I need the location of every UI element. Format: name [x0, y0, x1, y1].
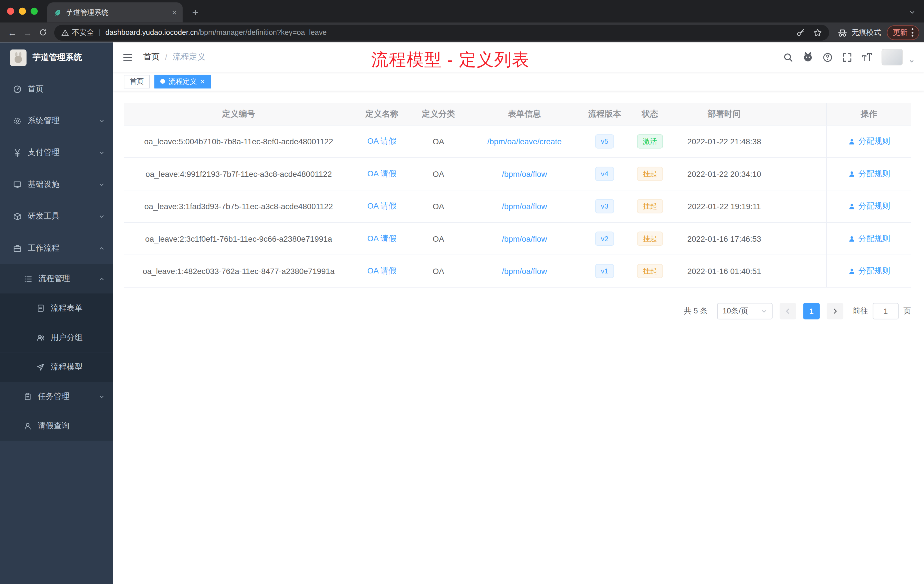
omnibox-actions: [796, 28, 822, 37]
assign-rule-label: 分配规则: [858, 136, 890, 147]
cell-status: 挂起: [627, 158, 673, 190]
form-link[interactable]: /bpm/oa/flow: [502, 170, 547, 178]
cell-version: v4: [582, 158, 627, 190]
tag-process-definition[interactable]: 流程定义 ×: [154, 74, 211, 88]
tab-close-icon[interactable]: ×: [172, 8, 177, 16]
goto-page-input[interactable]: [873, 303, 899, 319]
sidebar-item-process-model[interactable]: 流程模型: [0, 352, 113, 382]
sidebar-item-label: 首页: [28, 84, 44, 94]
version-tag: v1: [595, 264, 614, 278]
reload-button[interactable]: [35, 25, 51, 40]
tag-close-icon[interactable]: ×: [200, 78, 205, 85]
assign-rule-button[interactable]: 分配规则: [848, 233, 890, 244]
col-deploy-time: 部署时间: [673, 103, 776, 125]
cell-definition-id: oa_leave:2:3c1f0ef1-76b1-11ec-9c66-a2380…: [124, 223, 353, 254]
sidebar-item-system[interactable]: 系统管理: [0, 105, 113, 137]
breadcrumb-home[interactable]: 首页: [143, 52, 160, 63]
prev-page-button[interactable]: [780, 303, 796, 319]
fullscreen-icon[interactable]: [842, 52, 852, 62]
sidebar-item-process-form[interactable]: 流程表单: [0, 294, 113, 323]
user-icon: [848, 138, 855, 145]
form-link[interactable]: /bpm/oa/flow: [502, 234, 547, 243]
definition-name-link[interactable]: OA 请假: [367, 233, 396, 244]
avatar[interactable]: [882, 49, 903, 66]
address-bar[interactable]: 不安全 | dashboard.yudao.iocoder.cn/bpm/man…: [54, 25, 829, 41]
warning-icon: [61, 28, 69, 36]
url-path: /bpm/manager/definition?key=oa_leave: [198, 28, 327, 36]
avatar-caret-icon[interactable]: [909, 56, 914, 66]
status-badge: 挂起: [637, 232, 663, 246]
col-status: 状态: [627, 103, 673, 125]
cell-spacer: [776, 223, 826, 254]
chevron-up-icon: [98, 276, 105, 282]
form-link[interactable]: /bpm/oa/leave/create: [487, 137, 562, 146]
assign-rule-button[interactable]: 分配规则: [848, 168, 890, 179]
clipboard-icon: [24, 393, 32, 401]
browser-update-chip[interactable]: 更新: [887, 25, 919, 40]
github-icon[interactable]: [803, 52, 813, 63]
tag-home[interactable]: 首页: [124, 74, 150, 88]
active-dot: [160, 79, 165, 84]
page-number-button[interactable]: 1: [803, 303, 820, 319]
browser-tab[interactable]: 芋道管理系统 ×: [47, 2, 183, 22]
sidebar-item-home[interactable]: 首页: [0, 73, 113, 105]
cell-version: v5: [582, 125, 627, 157]
breadcrumb-current: 流程定义: [173, 52, 206, 63]
forward-button[interactable]: →: [20, 25, 35, 40]
assign-rule-button[interactable]: 分配规则: [848, 136, 890, 147]
next-page-button[interactable]: [827, 303, 843, 319]
cell-actions: 分配规则: [826, 158, 911, 190]
sidebar-item-task-mgmt[interactable]: 任务管理: [0, 382, 113, 411]
assign-rule-button[interactable]: 分配规则: [848, 201, 890, 211]
sidebar-item-infra[interactable]: 基础设施: [0, 168, 113, 200]
chevron-down-icon: [98, 117, 105, 124]
cell-version: v3: [582, 190, 627, 222]
browser-menu-icon[interactable]: [912, 28, 913, 36]
monitor-icon: [13, 180, 22, 189]
form-link[interactable]: /bpm/oa/flow: [502, 202, 547, 211]
search-icon[interactable]: [783, 52, 793, 62]
window-zoom-button[interactable]: [31, 8, 38, 15]
sidebar-item-label: 支付管理: [28, 147, 59, 158]
font-size-icon[interactable]: [861, 53, 872, 62]
chevron-up-icon: [98, 245, 105, 251]
help-icon[interactable]: [823, 52, 833, 62]
back-button[interactable]: ←: [5, 25, 20, 40]
window-minimize-button[interactable]: [19, 8, 26, 15]
cell-category: OA: [410, 190, 467, 222]
table-row: oa_leave:3:1fad3d93-7b75-11ec-a3c8-acde4…: [124, 190, 911, 223]
sidebar-item-label: 请假查询: [38, 421, 69, 431]
sidebar-item-user-group[interactable]: 用户分组: [0, 323, 113, 352]
incognito-label: 无痕模式: [851, 27, 881, 38]
new-tab-button[interactable]: +: [192, 6, 198, 19]
app-window: 芋道管理系统 首页 系统管理 支付管理 基础设施: [0, 43, 924, 584]
bookmark-star-icon[interactable]: [813, 28, 822, 37]
users-icon: [36, 333, 45, 342]
status-badge: 挂起: [637, 264, 663, 278]
window-close-button[interactable]: [7, 8, 14, 15]
security-warning[interactable]: 不安全: [61, 27, 94, 38]
definition-name-link[interactable]: OA 请假: [367, 168, 396, 179]
sidebar-item-workflow[interactable]: 工作流程: [0, 232, 113, 264]
password-key-icon[interactable]: [796, 28, 805, 37]
assign-rule-button[interactable]: 分配规则: [848, 266, 890, 276]
sidebar-item-process-mgmt[interactable]: 流程管理: [0, 264, 113, 294]
tab-search-chevron-icon[interactable]: [909, 8, 916, 18]
definition-name-link[interactable]: OA 请假: [367, 266, 396, 276]
page-size-select[interactable]: 10条/页: [717, 303, 772, 319]
app-logo[interactable]: 芋道管理系统: [0, 43, 113, 73]
user-icon: [848, 267, 855, 275]
form-link[interactable]: /bpm/oa/flow: [502, 267, 547, 276]
definition-name-link[interactable]: OA 请假: [367, 136, 396, 147]
sidebar-item-devtools[interactable]: 研发工具: [0, 200, 113, 232]
incognito-icon: [837, 27, 847, 38]
page-unit-label: 页: [903, 306, 911, 316]
cell-spacer: [776, 255, 826, 287]
sidebar-collapse-icon[interactable]: [122, 52, 132, 62]
sidebar-item-leave-query[interactable]: 请假查询: [0, 411, 113, 441]
sidebar-item-payment[interactable]: 支付管理: [0, 137, 113, 168]
cell-deploy-time: 2022-01-22 20:34:10: [673, 158, 776, 190]
cell-version: v1: [582, 255, 627, 287]
sidebar-item-label: 任务管理: [38, 391, 69, 402]
definition-name-link[interactable]: OA 请假: [367, 201, 396, 211]
